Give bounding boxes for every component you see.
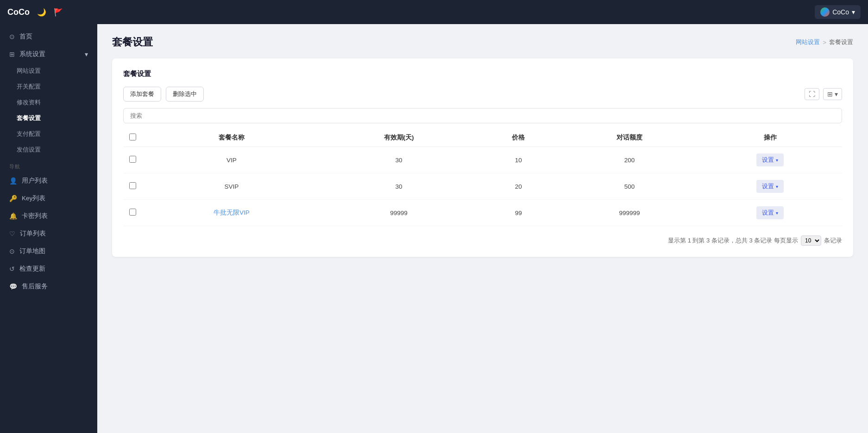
pagination-text: 显示第 1 到第 3 条记录，总共 3 条记录 每页显示 xyxy=(668,236,798,245)
sidebar: ⊙ 首页 ⊞ 系统设置 ▾ 网站设置 开关配置 修改资料 套餐设置 支付配置 发 xyxy=(0,24,97,433)
packages-table: 套餐名称 有效期(天) 价格 对话额度 操作 VIP3010200设置 ▾SVI… xyxy=(123,129,842,226)
col-validity: 有效期(天) xyxy=(321,129,477,147)
delete-selected-button[interactable]: 删除选中 xyxy=(166,87,204,102)
sidebar-item-system-settings[interactable]: ⊞ 系统设置 ▾ xyxy=(0,45,97,63)
table-row: SVIP3020500设置 ▾ xyxy=(123,173,842,200)
sidebar-item-order-list-label: 订单列表 xyxy=(20,229,46,238)
table-row: 牛批无限VIP9999999999999设置 ▾ xyxy=(123,200,842,226)
sidebar-sub-switch-config[interactable]: 开关配置 xyxy=(0,79,97,95)
search-input[interactable] xyxy=(123,108,842,123)
columns-dropdown-icon: ▾ xyxy=(835,90,838,98)
package-settings-card: 套餐设置 添加套餐 删除选中 ⛶ ⊞ ▾ xyxy=(112,58,853,257)
system-settings-icon: ⊞ xyxy=(9,51,15,58)
sidebar-item-order-list[interactable]: ♡ 订单列表 xyxy=(0,225,97,242)
col-action: 操作 xyxy=(698,129,842,147)
sidebar-sub-edit-profile-label: 修改资料 xyxy=(17,99,41,106)
user-label: CoCo xyxy=(832,8,849,16)
row-name: VIP xyxy=(142,147,321,173)
sidebar-item-check-update-label: 检查更新 xyxy=(19,265,45,273)
coco-logo-icon xyxy=(820,7,830,17)
sidebar-sub-payment-config[interactable]: 支付配置 xyxy=(0,126,97,142)
row-validity: 30 xyxy=(321,147,477,173)
pagination-suffix: 条记录 xyxy=(824,236,842,245)
sidebar-item-check-update[interactable]: ↺ 检查更新 xyxy=(0,260,97,278)
check-update-icon: ↺ xyxy=(9,265,15,273)
col-quota: 对话额度 xyxy=(560,129,698,147)
col-price: 价格 xyxy=(476,129,560,147)
row-validity: 30 xyxy=(321,173,477,200)
settings-button[interactable]: 设置 ▾ xyxy=(756,206,784,219)
sidebar-sub-message-settings-label: 发信设置 xyxy=(17,146,41,153)
user-list-icon: 👤 xyxy=(9,177,17,185)
sidebar-sub-payment-config-label: 支付配置 xyxy=(17,130,41,137)
top-header: CoCo 🌙 🚩 CoCo ▾ xyxy=(0,0,868,24)
user-menu-button[interactable]: CoCo ▾ xyxy=(815,5,861,19)
sidebar-sub-website-settings[interactable]: 网站设置 xyxy=(0,63,97,79)
columns-icon: ⊞ xyxy=(827,90,833,98)
sidebar-sub-edit-profile[interactable]: 修改资料 xyxy=(0,95,97,110)
per-page-select[interactable]: 10 20 50 xyxy=(801,236,821,246)
columns-button[interactable]: ⊞ ▾ xyxy=(823,88,842,100)
breadcrumb-current: 套餐设置 xyxy=(829,38,853,46)
key-list-icon: 🔑 xyxy=(9,195,17,202)
row-checkbox[interactable] xyxy=(129,182,136,189)
sidebar-item-card-list-label: 卡密列表 xyxy=(22,212,48,220)
expand-icon-button[interactable]: ⛶ xyxy=(805,88,819,100)
row-price: 99 xyxy=(476,200,560,226)
breadcrumb-parent-link[interactable]: 网站设置 xyxy=(796,38,820,46)
row-checkbox[interactable] xyxy=(129,209,136,216)
after-sales-icon: 💬 xyxy=(9,283,17,290)
settings-button[interactable]: 设置 ▾ xyxy=(756,180,784,193)
row-quota: 999999 xyxy=(560,200,698,226)
order-map-icon: ⊙ xyxy=(9,248,15,255)
sidebar-sub-package-settings[interactable]: 套餐设置 xyxy=(0,110,97,126)
sidebar-item-key-list-label: Key列表 xyxy=(22,194,45,203)
user-dropdown-icon: ▾ xyxy=(852,8,855,16)
sidebar-item-key-list[interactable]: 🔑 Key列表 xyxy=(0,190,97,207)
toolbar-left: 添加套餐 删除选中 xyxy=(123,87,204,102)
app-title: CoCo xyxy=(7,7,30,17)
dark-mode-icon[interactable]: 🌙 xyxy=(37,8,46,17)
content-area: 套餐设置 网站设置 > 套餐设置 套餐设置 添加套餐 删除选中 ⛶ xyxy=(97,24,868,433)
sidebar-nav-label: 导航 xyxy=(0,158,97,172)
select-all-checkbox[interactable] xyxy=(129,134,136,140)
table-header-checkbox xyxy=(123,129,142,147)
row-action: 设置 ▾ xyxy=(698,200,842,226)
sidebar-item-user-list[interactable]: 👤 用户列表 xyxy=(0,172,97,190)
row-name: SVIP xyxy=(142,173,321,200)
row-quota: 500 xyxy=(560,173,698,200)
row-checkbox[interactable] xyxy=(129,156,136,163)
page-title: 套餐设置 xyxy=(112,35,153,49)
toolbar-right: ⛶ ⊞ ▾ xyxy=(805,88,842,100)
card-list-icon: 🔔 xyxy=(9,212,17,220)
sidebar-item-home[interactable]: ⊙ 首页 xyxy=(0,28,97,45)
expand-icon: ⛶ xyxy=(809,90,815,98)
row-price: 20 xyxy=(476,173,560,200)
notification-icon[interactable]: 🚩 xyxy=(54,8,63,17)
sidebar-item-user-list-label: 用户列表 xyxy=(22,177,48,185)
row-validity: 99999 xyxy=(321,200,477,226)
add-package-button[interactable]: 添加套餐 xyxy=(123,87,161,102)
row-name-link[interactable]: 牛批无限VIP xyxy=(214,209,250,216)
sidebar-item-after-sales[interactable]: 💬 售后服务 xyxy=(0,278,97,295)
card-title: 套餐设置 xyxy=(123,70,842,78)
main-layout: ⊙ 首页 ⊞ 系统设置 ▾ 网站设置 开关配置 修改资料 套餐设置 支付配置 发 xyxy=(0,24,868,433)
chevron-down-icon: ▾ xyxy=(85,51,88,58)
table-row: VIP3010200设置 ▾ xyxy=(123,147,842,173)
sidebar-item-order-map[interactable]: ⊙ 订单地图 xyxy=(0,242,97,260)
settings-button[interactable]: 设置 ▾ xyxy=(756,153,784,166)
home-icon: ⊙ xyxy=(9,33,15,40)
row-quota: 200 xyxy=(560,147,698,173)
row-name: 牛批无限VIP xyxy=(142,200,321,226)
sidebar-sub-package-settings-label: 套餐设置 xyxy=(17,115,41,121)
sidebar-item-after-sales-label: 售后服务 xyxy=(22,282,48,291)
pagination: 显示第 1 到第 3 条记录，总共 3 条记录 每页显示 10 20 50 条记… xyxy=(123,236,842,246)
sidebar-sub-switch-config-label: 开关配置 xyxy=(17,83,41,90)
sidebar-sub-message-settings[interactable]: 发信设置 xyxy=(0,142,97,158)
row-price: 10 xyxy=(476,147,560,173)
row-action: 设置 ▾ xyxy=(698,173,842,200)
page-header: 套餐设置 网站设置 > 套餐设置 xyxy=(112,35,853,49)
sidebar-item-card-list[interactable]: 🔔 卡密列表 xyxy=(0,207,97,225)
breadcrumb: 网站设置 > 套餐设置 xyxy=(796,38,853,46)
order-list-icon: ♡ xyxy=(9,230,15,237)
